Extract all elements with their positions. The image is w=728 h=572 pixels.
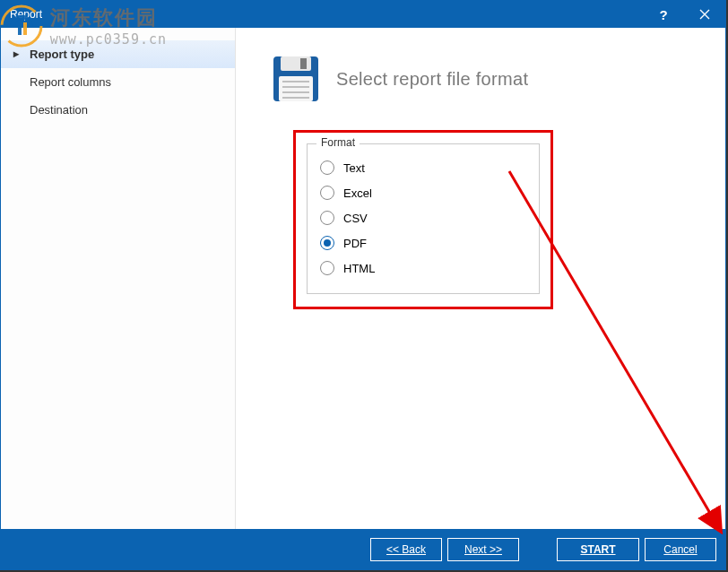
format-fieldset: Format Text Excel CSV P — [307, 143, 540, 294]
radio-icon — [320, 211, 334, 225]
annotation-highlight-box: Format Text Excel CSV P — [293, 130, 553, 309]
radio-pdf[interactable]: PDF — [316, 230, 530, 256]
radio-excel[interactable]: Excel — [316, 180, 530, 205]
help-button[interactable]: ? — [643, 1, 684, 28]
fieldset-legend: Format — [316, 136, 360, 149]
radio-text[interactable]: Text — [316, 155, 530, 180]
sidebar: Report type Report columns Destination — [1, 28, 236, 529]
radio-icon — [320, 186, 334, 200]
sidebar-item-report-columns[interactable]: Report columns — [1, 68, 235, 96]
radio-csv[interactable]: CSV — [316, 205, 530, 230]
radio-label: Excel — [343, 186, 372, 200]
radio-label: Text — [343, 161, 365, 175]
main-panel: Select report file format Format Text Ex… — [236, 28, 725, 529]
svg-rect-2 — [300, 58, 307, 69]
radio-icon — [320, 160, 334, 175]
window-title: Report — [10, 8, 42, 21]
page-title: Select report file format — [336, 69, 528, 90]
radio-label: HTML — [343, 262, 375, 275]
sidebar-item-destination[interactable]: Destination — [1, 96, 235, 124]
close-button[interactable] — [684, 1, 725, 28]
footer: << Back Next >> START Cancel — [1, 529, 725, 569]
close-icon — [699, 9, 710, 20]
radio-label: CSV — [343, 212, 368, 225]
radio-label: PDF — [343, 237, 367, 250]
next-button[interactable]: Next >> — [447, 538, 519, 561]
sidebar-item-label: Destination — [30, 103, 88, 117]
titlebar: Report ? — [1, 1, 725, 28]
start-button[interactable]: START — [557, 538, 639, 561]
radio-icon — [320, 261, 334, 275]
cancel-button[interactable]: Cancel — [645, 538, 716, 561]
radio-html[interactable]: HTML — [316, 256, 530, 281]
sidebar-item-label: Report columns — [30, 75, 111, 89]
back-button[interactable]: << Back — [370, 538, 442, 561]
floppy-disk-icon — [272, 55, 320, 103]
sidebar-item-report-type[interactable]: Report type — [1, 40, 235, 68]
sidebar-item-label: Report type — [30, 48, 94, 61]
radio-icon — [320, 236, 334, 250]
